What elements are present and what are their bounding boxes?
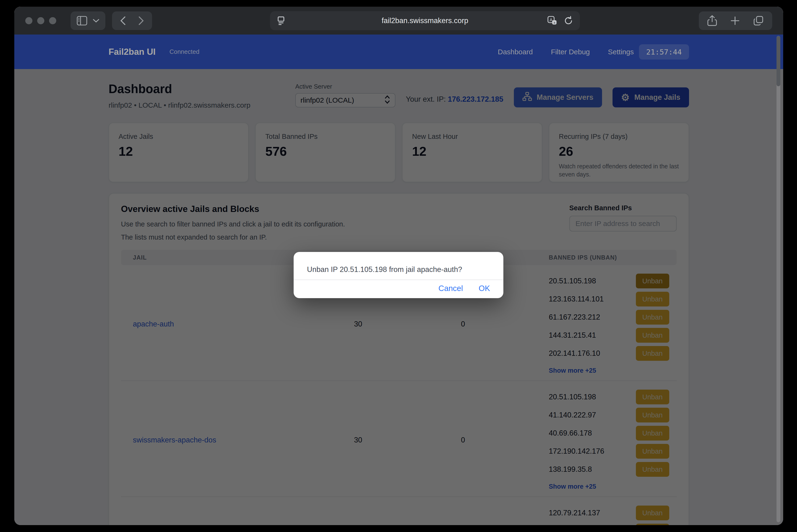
ok-button[interactable]: OK — [478, 284, 490, 293]
back-icon[interactable] — [120, 16, 126, 25]
traffic-light-zoom-icon[interactable] — [49, 17, 56, 24]
share-icon[interactable] — [707, 15, 717, 26]
chevron-down-icon[interactable] — [93, 19, 99, 23]
browser-chrome: fail2ban.swissmakers.corp A a — [14, 7, 783, 35]
sidebar-icon[interactable] — [77, 16, 87, 25]
address-bar[interactable]: fail2ban.swissmakers.corp A a — [270, 11, 580, 30]
scrollbar-track[interactable] — [777, 36, 780, 522]
forward-icon[interactable] — [138, 16, 144, 25]
confirm-dialog: Unban IP 20.51.105.198 from jail apache-… — [294, 252, 503, 298]
traffic-light-close-icon[interactable] — [25, 17, 32, 24]
reload-icon[interactable] — [564, 16, 573, 26]
svg-text:a: a — [554, 21, 555, 24]
cancel-button[interactable]: Cancel — [438, 284, 463, 293]
browser-window: fail2ban.swissmakers.corp A a — [14, 7, 783, 525]
dialog-message: Unban IP 20.51.105.198 from jail apache-… — [294, 252, 503, 274]
url-text: fail2ban.swissmakers.corp — [270, 16, 580, 25]
scrollbar-thumb[interactable] — [777, 36, 780, 86]
window-controls — [25, 17, 56, 24]
tab-overview-icon[interactable] — [753, 16, 764, 26]
translate-icon[interactable]: A a — [547, 16, 558, 26]
svg-text:A: A — [549, 18, 553, 22]
traffic-light-minimize-icon[interactable] — [37, 17, 44, 24]
new-tab-icon[interactable] — [730, 16, 740, 25]
